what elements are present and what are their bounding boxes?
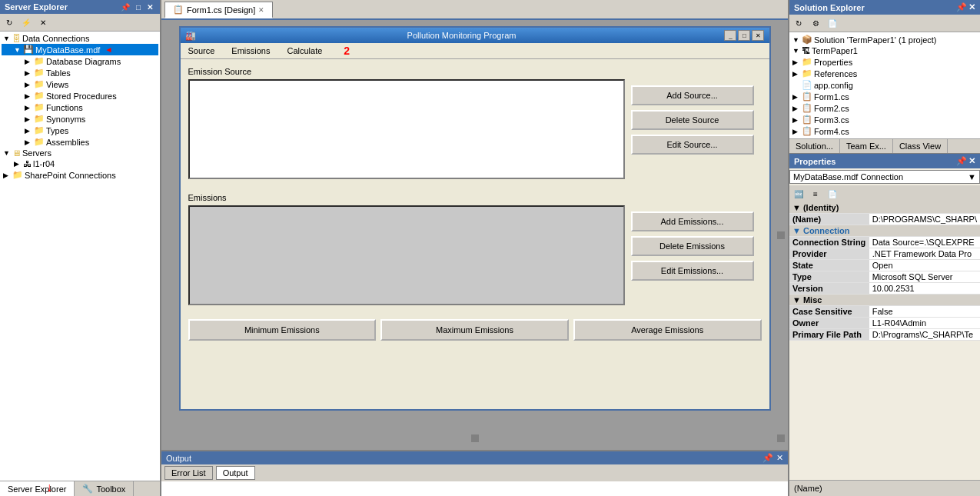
collapse-icon[interactable]: ▼	[792, 226, 801, 235]
prop-pages-button[interactable]: 📄	[825, 187, 840, 201]
team-explorer-tab[interactable]: Team Ex...	[840, 139, 893, 153]
expand-icon[interactable]: ▶	[792, 116, 800, 124]
maximum-emissions-button[interactable]: Maximum Emissions	[380, 319, 569, 341]
sol-form3[interactable]: ▶ 📋 Form3.cs	[791, 114, 978, 125]
pin-button[interactable]: 📌	[118, 3, 132, 12]
delete-emissions-button[interactable]: Delete Emissions	[631, 236, 754, 256]
maximize-restore-button[interactable]: □	[738, 30, 750, 41]
prop-categorize-button[interactable]: ≡	[808, 187, 823, 201]
expand-icon[interactable]: ▼	[792, 47, 800, 55]
tree-l1r04[interactable]: ▶ 🖧 l1-r04	[2, 158, 158, 169]
collapse-icon[interactable]: ▼	[792, 295, 801, 305]
collapse-icon[interactable]: ▼	[792, 203, 801, 212]
sol-properties[interactable]: ▶ 📁 Properties	[791, 56, 978, 68]
tab-close-button[interactable]: ✕	[258, 6, 264, 14]
prop-value-cell[interactable]: .NET Framework Data Pro	[869, 248, 980, 260]
prop-value-cell[interactable]: D:\Programs\C_SHARP\Te	[869, 329, 980, 341]
sol-termpaper1[interactable]: ▼ 🏗 TermPaper1	[791, 45, 978, 56]
prop-value-cell[interactable]: False	[869, 306, 980, 318]
expand-icon[interactable]: ▶	[25, 69, 32, 77]
edit-source-button[interactable]: Edit Source...	[631, 135, 754, 155]
tree-tables[interactable]: ▶ 📁 Tables	[2, 67, 158, 78]
prop-value-cell[interactable]: Microsoft SQL Server	[869, 271, 980, 283]
expand-icon[interactable]: ▼	[792, 36, 800, 44]
tree-db-diagrams[interactable]: ▶ 📁 Database Diagrams	[2, 55, 158, 67]
tree-assemblies[interactable]: ▶ 📁 Assemblies	[2, 136, 158, 148]
prop-value-cell[interactable]: Data Source=.\SQLEXPRE	[869, 237, 980, 248]
refresh-button[interactable]: ↻	[2, 15, 17, 29]
expand-icon[interactable]: ▶	[792, 70, 800, 78]
sol-close-button[interactable]: ✕	[968, 2, 975, 12]
tree-data-connections[interactable]: ▼ 🗄 Data Connections	[2, 33, 158, 44]
toolbox-tab[interactable]: 🔧 Toolbox	[75, 481, 134, 496]
tree-views[interactable]: ▶ 📁 Views	[2, 78, 158, 90]
prop-pin-button[interactable]: 📌	[956, 156, 967, 166]
maximize-button[interactable]: □	[134, 3, 143, 12]
prop-value-cell[interactable]: D:\PROGRAMS\C_SHARP\	[869, 214, 980, 225]
form1-design-tab[interactable]: 📋 Form1.cs [Design] ✕	[164, 2, 273, 18]
emissions-listbox[interactable]	[188, 205, 625, 305]
expand-icon[interactable]	[792, 82, 800, 89]
resize-handle-right[interactable]	[777, 231, 785, 239]
tree-sharepoint[interactable]: ▶ 📁 SharePoint Connections	[2, 169, 158, 181]
tree-synonyms[interactable]: ▶ 📁 Synonyms	[2, 113, 158, 125]
expand-icon[interactable]: ▶	[792, 105, 800, 112]
sol-new-button[interactable]: 📄	[825, 16, 840, 30]
expand-icon[interactable]: ▶	[25, 138, 32, 146]
expand-icon[interactable]: ▶	[792, 58, 800, 66]
prop-close-button[interactable]: ✕	[968, 156, 975, 166]
add-source-button[interactable]: Add Source...	[631, 85, 754, 105]
expand-icon[interactable]: ▶	[25, 104, 32, 112]
tree-mydatabase[interactable]: ▼ 💾 MyDataBase.mdf ◄	[2, 44, 158, 55]
error-list-tab[interactable]: Error List	[164, 466, 213, 480]
expand-icon[interactable]: ▼	[14, 46, 22, 54]
tree-types[interactable]: ▶ 📁 Types	[2, 125, 158, 136]
minimize-button[interactable]: _	[724, 30, 736, 41]
menu-calculate[interactable]: Calculate	[284, 45, 325, 57]
prop-value-cell[interactable]: 10.00.2531	[869, 283, 980, 295]
close-window-button[interactable]: ✕	[752, 30, 764, 41]
add-emissions-button[interactable]: Add Emissions...	[631, 211, 754, 231]
sol-form2[interactable]: ▶ 📋 Form2.cs	[791, 102, 978, 114]
prop-value-cell[interactable]: Open	[869, 260, 980, 271]
class-view-tab[interactable]: Class View	[893, 139, 948, 153]
expand-icon[interactable]: ▶	[792, 93, 800, 101]
sol-form4[interactable]: ▶ 📋 Form4.cs	[791, 125, 978, 137]
output-pin-button[interactable]: 📌	[762, 453, 773, 463]
minimum-emissions-button[interactable]: Minimum Emissions	[188, 319, 377, 341]
output-tab[interactable]: Output	[216, 466, 255, 480]
expand-icon[interactable]: ▶	[14, 160, 22, 168]
sol-form1[interactable]: ▶ 📋 Form1.cs	[791, 91, 978, 102]
disconnect-button[interactable]: ✕	[35, 15, 51, 29]
sol-app-config[interactable]: 📄 app.config	[791, 79, 978, 91]
average-emissions-button[interactable]: Average Emissions	[573, 319, 762, 341]
resize-handle-bottom[interactable]	[471, 434, 479, 442]
menu-emissions[interactable]: Emissions	[228, 45, 273, 57]
emission-source-listbox[interactable]	[188, 79, 625, 179]
prop-value-cell[interactable]: L1-R04\Admin	[869, 318, 980, 329]
sol-refresh-button[interactable]: ↻	[791, 16, 806, 30]
expand-icon[interactable]: ▼	[3, 149, 11, 157]
expand-icon[interactable]: ▶	[25, 58, 32, 65]
connect-button[interactable]: ⚡	[18, 15, 34, 29]
sol-pin-button[interactable]: 📌	[956, 2, 967, 12]
expand-icon[interactable]: ▼	[3, 35, 11, 42]
expand-icon[interactable]: ▶	[792, 128, 800, 135]
close-button[interactable]: ✕	[145, 3, 155, 12]
output-close-button[interactable]: ✕	[776, 453, 783, 463]
sol-root[interactable]: ▼ 📦 Solution 'TermPaper1' (1 project)	[791, 34, 978, 45]
sol-references[interactable]: ▶ 📁 References	[791, 68, 978, 79]
menu-source[interactable]: Source	[185, 45, 218, 57]
expand-icon[interactable]: ▶	[25, 115, 32, 123]
expand-icon[interactable]: ▶	[3, 171, 11, 179]
delete-source-button[interactable]: Delete Source	[631, 110, 754, 130]
edit-emissions-button[interactable]: Edit Emissions...	[631, 261, 754, 281]
server-explorer-tab[interactable]: Server Explorer	[0, 481, 75, 496]
tree-functions[interactable]: ▶ 📁 Functions	[2, 102, 158, 113]
expand-icon[interactable]: ▶	[25, 92, 32, 100]
expand-icon[interactable]: ▶	[25, 127, 32, 135]
properties-dropdown[interactable]: MyDataBase.mdf Connection ▼	[789, 170, 980, 184]
resize-handle-corner[interactable]	[777, 434, 785, 442]
solution-tab[interactable]: Solution...	[789, 139, 840, 153]
expand-icon[interactable]: ▶	[25, 81, 32, 88]
